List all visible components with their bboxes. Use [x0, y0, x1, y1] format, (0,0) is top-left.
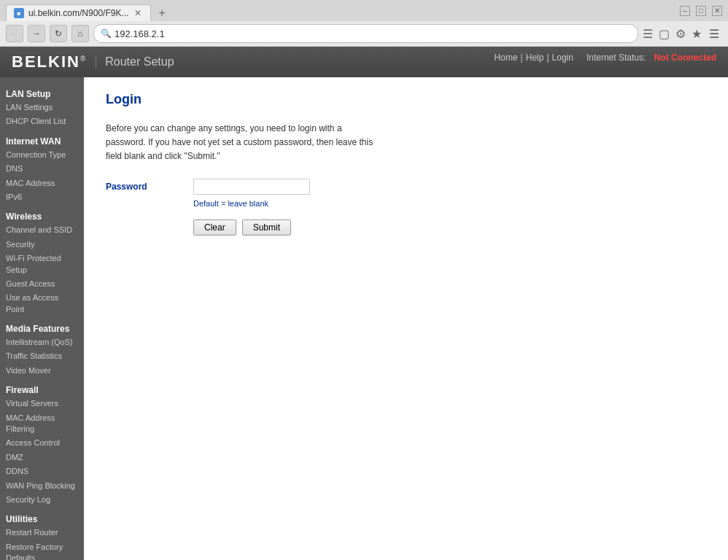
star-icon[interactable]: ★ — [692, 27, 702, 41]
sidebar-item-wifi-protected-setup[interactable]: Wi-Fi Protected Setup — [0, 252, 84, 277]
window-controls: – □ ✕ — [680, 6, 722, 20]
sidebar-item-restore-factory-defaults[interactable]: Restore Factory Defaults — [0, 540, 84, 560]
sidebar-section-media-features: Media Features — [0, 319, 84, 335]
close-button[interactable]: ✕ — [712, 6, 722, 16]
address-bar-search-icon: 🔍 — [101, 28, 112, 39]
maximize-button[interactable]: □ — [696, 6, 706, 16]
sidebar-item-traffic-statistics[interactable]: Traffic Statistics — [0, 349, 84, 363]
tab-favicon: ■ — [14, 8, 24, 18]
active-tab[interactable]: ■ ui.belkin.com/N900/F9K... ✕ — [6, 4, 151, 21]
sidebar-item-security[interactable]: Security — [0, 238, 84, 252]
reader-icon[interactable]: ▢ — [659, 27, 670, 41]
login-link[interactable]: Login — [552, 52, 573, 63]
sidebar-item-ipv6[interactable]: IPv6 — [0, 190, 84, 204]
sidebar-item-intellistream[interactable]: Intellistream (QoS) — [0, 335, 84, 349]
sidebar-section-internet-wan: Internet WAN — [0, 132, 84, 148]
help-link[interactable]: Help — [526, 52, 544, 63]
bookmarks-icon[interactable]: ☰ — [643, 27, 653, 41]
back-button[interactable]: ← — [6, 25, 23, 42]
browser-toolbar: ← → ↻ ⌂ 🔍 ☰ ▢ ⚙ ★ ☰ — [0, 21, 728, 47]
belkin-logo: BELKIN® — [12, 52, 87, 71]
browser-chrome: ■ ui.belkin.com/N900/F9K... ✕ + – □ ✕ ← … — [0, 0, 728, 47]
sidebar-item-guest-access[interactable]: Guest Access — [0, 277, 84, 291]
tab-close-button[interactable]: ✕ — [133, 8, 143, 18]
sidebar-item-connection-type[interactable]: Connection Type — [0, 148, 84, 162]
sidebar-section-utilities: Utilities — [0, 510, 84, 526]
minimize-button[interactable]: – — [680, 6, 690, 16]
sidebar-item-wan-ping-blocking[interactable]: WAN Ping Blocking — [0, 479, 84, 493]
address-bar-input[interactable] — [93, 24, 638, 43]
new-tab-button[interactable]: + — [155, 7, 168, 20]
forward-button[interactable]: → — [28, 25, 45, 42]
main-layout: LAN Setup LAN Settings DHCP Client List … — [0, 77, 728, 560]
sidebar-item-mac-address-filtering[interactable]: MAC Address Filtering — [0, 411, 84, 437]
button-row: Clear Submit — [193, 219, 706, 236]
sidebar-item-lan-settings[interactable]: LAN Settings — [0, 101, 84, 114]
sidebar-item-channel-ssid[interactable]: Channel and SSID — [0, 223, 84, 237]
login-description: Before you can change any settings, you … — [106, 122, 383, 164]
internet-status-value: Not Connected — [654, 52, 716, 63]
sidebar-item-restart-router[interactable]: Restart Router — [0, 526, 84, 540]
sidebar-item-dhcp-client-list[interactable]: DHCP Client List — [0, 114, 84, 128]
home-button[interactable]: ⌂ — [71, 25, 89, 42]
extension-icon[interactable]: ⚙ — [675, 27, 686, 41]
sidebar-item-virtual-servers[interactable]: Virtual Servers — [0, 397, 84, 411]
browser-menu-button[interactable]: ☰ — [706, 27, 722, 41]
page-title: Login — [106, 92, 706, 107]
password-row: Password — [106, 179, 706, 195]
header-links: Home | Help | Login Internet Status: Not… — [495, 52, 716, 63]
sidebar-section-lan-setup: LAN Setup — [0, 85, 84, 101]
internet-status: Internet Status: Not Connected — [586, 52, 716, 63]
sidebar-item-mac-address[interactable]: MAC Address — [0, 176, 84, 190]
router-setup-title: Router Setup — [96, 55, 174, 69]
submit-button[interactable]: Submit — [242, 219, 291, 236]
sidebar-item-use-as-access-point[interactable]: Use as Access Point — [0, 291, 84, 316]
tab-bar: ■ ui.belkin.com/N900/F9K... ✕ + – □ ✕ — [0, 0, 728, 21]
sidebar-item-video-mover[interactable]: Video Mover — [0, 364, 84, 378]
home-link[interactable]: Home — [495, 52, 518, 63]
tab-title: ui.belkin.com/N900/F9K... — [28, 8, 128, 18]
sidebar-item-security-log[interactable]: Security Log — [0, 493, 84, 507]
sidebar: LAN Setup LAN Settings DHCP Client List … — [0, 77, 84, 560]
sidebar-section-firewall: Firewall — [0, 381, 84, 397]
sidebar-section-wireless: Wireless — [0, 207, 84, 223]
reload-button[interactable]: ↻ — [50, 25, 67, 42]
password-label: Password — [106, 182, 193, 192]
default-hint: Default = leave blank — [193, 199, 706, 208]
sidebar-item-access-control[interactable]: Access Control — [0, 436, 84, 450]
clear-button[interactable]: Clear — [193, 219, 236, 236]
site-header: BELKIN® Router Setup Home | Help | Login… — [0, 47, 728, 77]
address-bar-wrapper: 🔍 — [93, 24, 638, 43]
sidebar-item-dns[interactable]: DNS — [0, 162, 84, 176]
content-area: Login Before you can change any settings… — [84, 77, 728, 560]
page-wrapper: BELKIN® Router Setup Home | Help | Login… — [0, 47, 728, 560]
toolbar-icons: ☰ ▢ ⚙ ★ — [643, 27, 702, 41]
sidebar-item-ddns[interactable]: DDNS — [0, 464, 84, 478]
sidebar-item-dmz[interactable]: DMZ — [0, 451, 84, 464]
password-input[interactable] — [193, 179, 310, 195]
